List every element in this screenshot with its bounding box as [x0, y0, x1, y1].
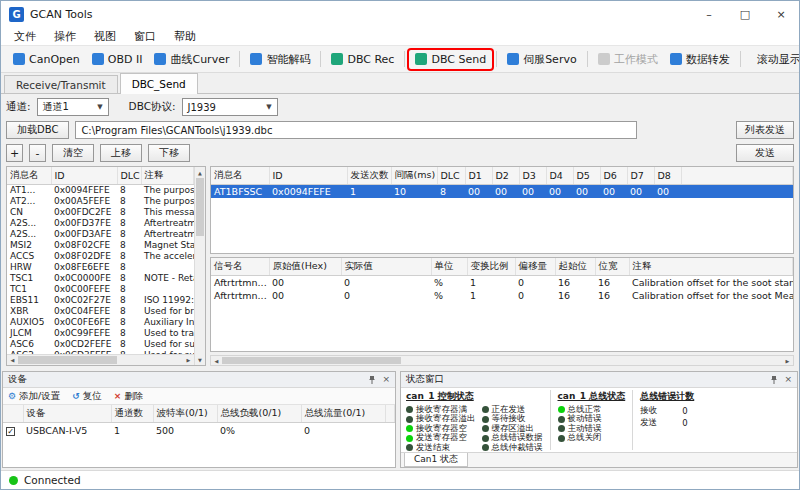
message-list-vertical-scrollbar[interactable]: ▲ ▼: [194, 167, 205, 365]
message-row[interactable]: XBR0x0C04FEFE8Used for brake c: [7, 306, 194, 317]
smart-decode-button[interactable]: 智能解码: [244, 49, 316, 70]
close-button[interactable]: ×: [763, 1, 799, 27]
column-header[interactable]: D2: [492, 167, 519, 185]
menu-item[interactable]: 视图: [85, 29, 125, 44]
message-row[interactable]: ASC60x0CD2FEFE8Used for suspens: [7, 339, 194, 350]
message-row[interactable]: CN0x00FDC2FE8This message is: [7, 207, 194, 218]
channel-select[interactable]: 通道1 ▼: [37, 98, 109, 116]
column-header[interactable]: DLC: [437, 167, 465, 185]
list-send-button[interactable]: 列表发送: [736, 121, 794, 139]
message-row[interactable]: TC10x0C00FEFE8: [7, 284, 194, 295]
menu-item[interactable]: 窗口: [125, 29, 165, 44]
message-row[interactable]: A2S...0x00FD37FE8Aftertreatment 2: [7, 218, 194, 229]
column-header[interactable]: 注释: [141, 167, 194, 185]
device-checkbox[interactable]: ✓: [6, 427, 15, 436]
message-row[interactable]: TSC10x0C0000FE8NOTE - Retarder: [7, 273, 194, 284]
scroll-left-icon[interactable]: ◀: [211, 356, 222, 365]
column-header[interactable]: D4: [546, 167, 573, 185]
scrollbar-thumb[interactable]: [18, 356, 117, 364]
column-header[interactable]: ID: [51, 167, 117, 185]
message-list-horizontal-scrollbar[interactable]: ◀ ▶: [7, 354, 194, 365]
message-row[interactable]: EBS110x0C02F27E8ISO 11992: Towin: [7, 295, 194, 306]
column-header[interactable]: 间隔(ms): [391, 167, 437, 185]
canopen-button[interactable]: CanOpen: [7, 50, 86, 69]
column-header[interactable]: 发送次数: [347, 167, 391, 185]
obd2-button[interactable]: OBD II: [86, 50, 149, 69]
menu-item[interactable]: 操作: [45, 29, 85, 44]
scroll-up-icon[interactable]: ▲: [195, 167, 205, 178]
column-header[interactable]: 消息名: [211, 167, 269, 185]
close-icon[interactable]: ×: [382, 375, 390, 384]
pin-icon[interactable]: [770, 375, 778, 384]
curve-button[interactable]: 曲线Curver: [148, 49, 235, 70]
move-up-button[interactable]: 上移: [100, 144, 142, 162]
tab-can1-status[interactable]: Can1 状态: [404, 453, 468, 467]
move-down-button[interactable]: 下移: [148, 144, 190, 162]
column-header[interactable]: D3: [519, 167, 546, 185]
column-header[interactable]: 单位: [431, 258, 467, 276]
delete-button[interactable]: ×删除: [114, 390, 144, 403]
reset-button[interactable]: ↺复位: [72, 390, 102, 403]
tab-receive-transmit[interactable]: Receive/Transmit: [4, 75, 118, 94]
message-row[interactable]: AT1...0x0094FEFE8The purpose of t: [7, 185, 194, 196]
column-header[interactable]: 变换比例: [467, 258, 515, 276]
message-row[interactable]: HRW0x08FE6EFE8: [7, 262, 194, 273]
dbc-send-button[interactable]: DBC Send: [409, 50, 492, 69]
column-header[interactable]: D5: [573, 167, 600, 185]
column-header[interactable]: D7: [627, 167, 654, 185]
column-header[interactable]: D6: [600, 167, 627, 185]
device-row[interactable]: ✓USBCAN-I-V515000%0: [3, 423, 395, 438]
column-header[interactable]: 信号名: [211, 258, 269, 276]
tab-dbc-send[interactable]: DBC_Send: [120, 73, 198, 94]
menu-item[interactable]: 帮助: [165, 29, 205, 44]
column-header[interactable]: DLC: [117, 167, 141, 185]
signals-horizontal-scrollbar[interactable]: ◀ ▶: [210, 355, 794, 366]
scroll-right-icon[interactable]: ▶: [782, 356, 793, 365]
message-row[interactable]: A2S...0x00FD3AFE8Aftertreatment 2: [7, 229, 194, 240]
add-row-button[interactable]: +: [6, 144, 23, 162]
pin-icon[interactable]: [368, 375, 376, 384]
column-header[interactable]: 通道数: [111, 405, 153, 423]
message-row[interactable]: AUXIO50x0C0FE6FE8Auxiliary Input: [7, 317, 194, 328]
work-mode-button[interactable]: 工作模式: [592, 49, 664, 70]
send-message-row[interactable]: AT1BFSSC0x0094FEFE11080000000000000000: [211, 185, 793, 198]
column-header[interactable]: 总线负载(0/1): [217, 405, 301, 423]
column-header[interactable]: 原始值(Hex): [269, 258, 341, 276]
dbc-rec-button[interactable]: DBC Rec: [325, 50, 400, 69]
clear-button[interactable]: 清空: [52, 144, 94, 162]
column-header[interactable]: ID: [269, 167, 347, 185]
scroll-left-icon[interactable]: ◀: [7, 355, 18, 365]
column-header[interactable]: 实际值: [341, 258, 431, 276]
column-header[interactable]: 消息名: [7, 167, 51, 185]
column-header[interactable]: 设备: [23, 405, 111, 423]
column-header[interactable]: 起始位: [555, 258, 595, 276]
signal-row[interactable]: Aftrtrtmn...000%101616Calibration offset…: [211, 289, 793, 302]
menu-item[interactable]: 文件: [5, 29, 45, 44]
add-settings-button[interactable]: ⚙添加/设置: [8, 390, 60, 403]
scroll-down-icon[interactable]: ▼: [195, 354, 205, 365]
scrollbar-thumb[interactable]: [196, 178, 204, 236]
scroll-right-icon[interactable]: ▶: [183, 355, 194, 365]
column-header[interactable]: D1: [465, 167, 492, 185]
column-header[interactable]: 波特率(0/1): [153, 405, 217, 423]
column-header[interactable]: 位宽: [595, 258, 629, 276]
load-dbc-button[interactable]: 加载DBC: [6, 121, 69, 139]
column-header[interactable]: [3, 405, 23, 423]
column-header[interactable]: D8: [654, 167, 681, 185]
scrollbar-thumb[interactable]: [222, 357, 401, 364]
send-button[interactable]: 发送: [736, 144, 794, 162]
column-header[interactable]: 总线流量(0/1): [301, 405, 385, 423]
message-row[interactable]: JLCM0x0C99FEFE8Used to transfer: [7, 328, 194, 339]
remove-row-button[interactable]: -: [29, 144, 46, 162]
message-row[interactable]: AT2...0x00A5FEFE8The purpose of t: [7, 196, 194, 207]
minimize-button[interactable]: –: [691, 1, 727, 27]
protocol-select[interactable]: J1939 ▼: [182, 98, 278, 116]
data-forward-button[interactable]: 数据转发: [664, 49, 736, 70]
signal-row[interactable]: Aftrtrtmn...000%101616Calibration offset…: [211, 276, 793, 289]
maximize-button[interactable]: □: [727, 1, 763, 27]
column-header[interactable]: 注释: [629, 258, 793, 276]
column-header[interactable]: 偏移量: [515, 258, 555, 276]
message-row[interactable]: MSI20x08F02CFE8Magnet Status In: [7, 240, 194, 251]
message-row[interactable]: ACCS0x08F02DFE8The acceleration: [7, 251, 194, 262]
close-icon[interactable]: ×: [784, 375, 792, 384]
